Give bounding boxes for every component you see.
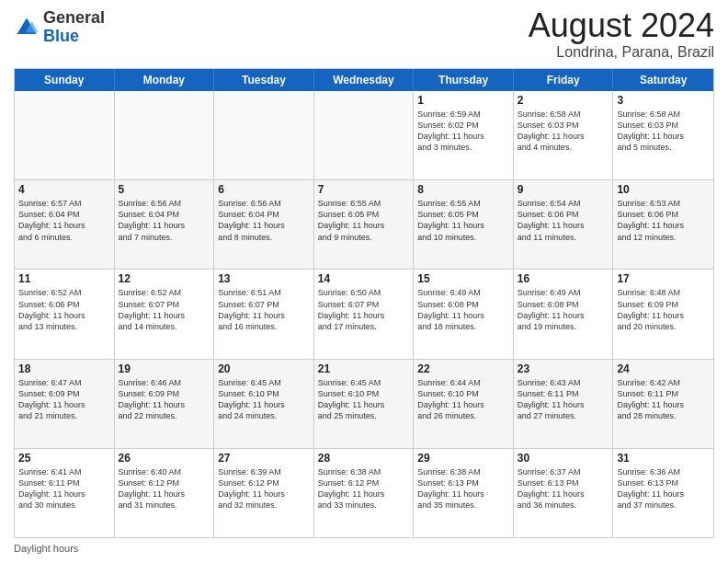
day-number: 23: [518, 362, 609, 375]
calendar-cell: 14Sunrise: 6:50 AM Sunset: 6:07 PM Dayli…: [314, 270, 415, 358]
main-title: August 2024: [529, 9, 714, 42]
cell-details: Sunrise: 6:37 AM Sunset: 6:13 PM Dayligh…: [518, 466, 609, 511]
calendar-cell: 13Sunrise: 6:51 AM Sunset: 6:07 PM Dayli…: [214, 270, 314, 358]
cell-details: Sunrise: 6:49 AM Sunset: 6:08 PM Dayligh…: [417, 287, 509, 332]
cell-details: Sunrise: 6:52 AM Sunset: 6:06 PM Dayligh…: [18, 287, 110, 332]
calendar-cell: 16Sunrise: 6:49 AM Sunset: 6:08 PM Dayli…: [514, 270, 614, 358]
cell-details: Sunrise: 6:54 AM Sunset: 6:06 PM Dayligh…: [518, 198, 609, 243]
calendar-cell: 28Sunrise: 6:38 AM Sunset: 6:12 PM Dayli…: [314, 449, 415, 537]
day-number: 31: [617, 452, 710, 465]
calendar-cell: 3Sunrise: 6:58 AM Sunset: 6:03 PM Daylig…: [613, 91, 713, 179]
cell-details: Sunrise: 6:45 AM Sunset: 6:10 PM Dayligh…: [218, 377, 310, 422]
calendar-cell: 22Sunrise: 6:44 AM Sunset: 6:10 PM Dayli…: [414, 360, 514, 448]
cell-details: Sunrise: 6:52 AM Sunset: 6:07 PM Dayligh…: [119, 287, 210, 332]
day-number: 6: [218, 183, 310, 196]
logo-blue-text: Blue: [43, 27, 79, 45]
cell-details: Sunrise: 6:44 AM Sunset: 6:10 PM Dayligh…: [417, 377, 509, 422]
calendar-cell: 24Sunrise: 6:42 AM Sunset: 6:11 PM Dayli…: [613, 360, 713, 448]
cell-details: Sunrise: 6:48 AM Sunset: 6:09 PM Dayligh…: [617, 287, 710, 332]
cell-details: Sunrise: 6:56 AM Sunset: 6:04 PM Dayligh…: [218, 198, 310, 243]
calendar-cell: 26Sunrise: 6:40 AM Sunset: 6:12 PM Dayli…: [115, 449, 215, 537]
calendar-cell: 2Sunrise: 6:58 AM Sunset: 6:03 PM Daylig…: [514, 91, 614, 179]
day-number: 26: [119, 452, 210, 465]
day-number: 16: [518, 272, 609, 285]
weekday-header: Friday: [514, 69, 614, 91]
day-number: 5: [119, 183, 210, 196]
cell-details: Sunrise: 6:51 AM Sunset: 6:07 PM Dayligh…: [218, 287, 310, 332]
title-block: August 2024 Londrina, Parana, Brazil: [529, 9, 714, 61]
header: General Blue August 2024 Londrina, Paran…: [14, 9, 714, 61]
day-number: 17: [617, 272, 710, 285]
calendar-cell: 5Sunrise: 6:56 AM Sunset: 6:04 PM Daylig…: [115, 180, 215, 269]
cell-details: Sunrise: 6:36 AM Sunset: 6:13 PM Dayligh…: [617, 466, 710, 511]
calendar-cell: 9Sunrise: 6:54 AM Sunset: 6:06 PM Daylig…: [514, 180, 614, 269]
cell-details: Sunrise: 6:50 AM Sunset: 6:07 PM Dayligh…: [318, 287, 410, 332]
calendar-cell: 1Sunrise: 6:59 AM Sunset: 6:02 PM Daylig…: [414, 91, 514, 179]
cell-details: Sunrise: 6:40 AM Sunset: 6:12 PM Dayligh…: [119, 466, 210, 511]
calendar-cell: 15Sunrise: 6:49 AM Sunset: 6:08 PM Dayli…: [414, 270, 514, 358]
calendar-header: SundayMondayTuesdayWednesdayThursdayFrid…: [15, 69, 713, 91]
calendar-cell: 6Sunrise: 6:56 AM Sunset: 6:04 PM Daylig…: [214, 180, 314, 269]
day-number: 1: [417, 94, 509, 107]
calendar-row: 25Sunrise: 6:41 AM Sunset: 6:11 PM Dayli…: [15, 449, 713, 537]
cell-details: Sunrise: 6:47 AM Sunset: 6:09 PM Dayligh…: [18, 377, 110, 422]
day-number: 15: [417, 272, 509, 285]
calendar-cell: [314, 91, 415, 179]
cell-details: Sunrise: 6:58 AM Sunset: 6:03 PM Dayligh…: [617, 109, 710, 154]
weekday-header: Sunday: [15, 69, 115, 91]
calendar-cell: 31Sunrise: 6:36 AM Sunset: 6:13 PM Dayli…: [613, 449, 713, 537]
cell-details: Sunrise: 6:38 AM Sunset: 6:12 PM Dayligh…: [318, 466, 410, 511]
calendar-cell: 10Sunrise: 6:53 AM Sunset: 6:06 PM Dayli…: [613, 180, 713, 269]
calendar-cell: 17Sunrise: 6:48 AM Sunset: 6:09 PM Dayli…: [613, 270, 713, 358]
cell-details: Sunrise: 6:39 AM Sunset: 6:12 PM Dayligh…: [218, 466, 310, 511]
day-number: 4: [18, 183, 110, 196]
cell-details: Sunrise: 6:53 AM Sunset: 6:06 PM Dayligh…: [617, 198, 710, 243]
calendar-cell: 21Sunrise: 6:45 AM Sunset: 6:10 PM Dayli…: [314, 360, 415, 448]
logo-general-text: General: [43, 8, 105, 27]
weekday-header: Saturday: [613, 69, 713, 91]
day-number: 3: [617, 94, 710, 107]
day-number: 28: [318, 452, 410, 465]
calendar-cell: 7Sunrise: 6:55 AM Sunset: 6:05 PM Daylig…: [314, 180, 415, 269]
cell-details: Sunrise: 6:55 AM Sunset: 6:05 PM Dayligh…: [318, 198, 410, 243]
cell-details: Sunrise: 6:56 AM Sunset: 6:04 PM Dayligh…: [119, 198, 210, 243]
day-number: 27: [218, 452, 310, 465]
calendar-cell: [15, 91, 115, 179]
day-number: 22: [417, 362, 509, 375]
logo: General Blue: [14, 9, 105, 46]
day-number: 20: [218, 362, 310, 375]
calendar-cell: 18Sunrise: 6:47 AM Sunset: 6:09 PM Dayli…: [15, 360, 115, 448]
calendar-cell: 19Sunrise: 6:46 AM Sunset: 6:09 PM Dayli…: [115, 360, 215, 448]
calendar-cell: [115, 91, 215, 179]
day-number: 8: [417, 183, 509, 196]
cell-details: Sunrise: 6:43 AM Sunset: 6:11 PM Dayligh…: [518, 377, 609, 422]
day-number: 29: [417, 452, 509, 465]
calendar-cell: 20Sunrise: 6:45 AM Sunset: 6:10 PM Dayli…: [214, 360, 314, 448]
day-number: 7: [318, 183, 410, 196]
cell-details: Sunrise: 6:59 AM Sunset: 6:02 PM Dayligh…: [417, 109, 509, 154]
cell-details: Sunrise: 6:42 AM Sunset: 6:11 PM Dayligh…: [617, 377, 710, 422]
calendar-cell: 11Sunrise: 6:52 AM Sunset: 6:06 PM Dayli…: [15, 270, 115, 358]
calendar-cell: 4Sunrise: 6:57 AM Sunset: 6:04 PM Daylig…: [15, 180, 115, 269]
day-number: 21: [318, 362, 410, 375]
cell-details: Sunrise: 6:55 AM Sunset: 6:05 PM Dayligh…: [417, 198, 509, 243]
day-number: 12: [119, 272, 210, 285]
logo-icon: [14, 15, 40, 40]
calendar-cell: 30Sunrise: 6:37 AM Sunset: 6:13 PM Dayli…: [514, 449, 614, 537]
day-number: 25: [18, 452, 110, 465]
day-number: 30: [518, 452, 609, 465]
day-number: 19: [119, 362, 210, 375]
calendar-body: 1Sunrise: 6:59 AM Sunset: 6:02 PM Daylig…: [15, 91, 713, 537]
subtitle: Londrina, Parana, Brazil: [529, 44, 714, 61]
calendar: SundayMondayTuesdayWednesdayThursdayFrid…: [14, 68, 714, 538]
calendar-row: 11Sunrise: 6:52 AM Sunset: 6:06 PM Dayli…: [15, 270, 713, 359]
cell-details: Sunrise: 6:58 AM Sunset: 6:03 PM Dayligh…: [518, 109, 609, 154]
cell-details: Sunrise: 6:57 AM Sunset: 6:04 PM Dayligh…: [18, 198, 110, 243]
page: General Blue August 2024 Londrina, Paran…: [0, 0, 728, 563]
calendar-cell: 23Sunrise: 6:43 AM Sunset: 6:11 PM Dayli…: [514, 360, 614, 448]
day-number: 11: [18, 272, 110, 285]
calendar-cell: 25Sunrise: 6:41 AM Sunset: 6:11 PM Dayli…: [15, 449, 115, 537]
calendar-cell: [214, 91, 314, 179]
cell-details: Sunrise: 6:46 AM Sunset: 6:09 PM Dayligh…: [119, 377, 210, 422]
calendar-cell: 12Sunrise: 6:52 AM Sunset: 6:07 PM Dayli…: [115, 270, 215, 358]
